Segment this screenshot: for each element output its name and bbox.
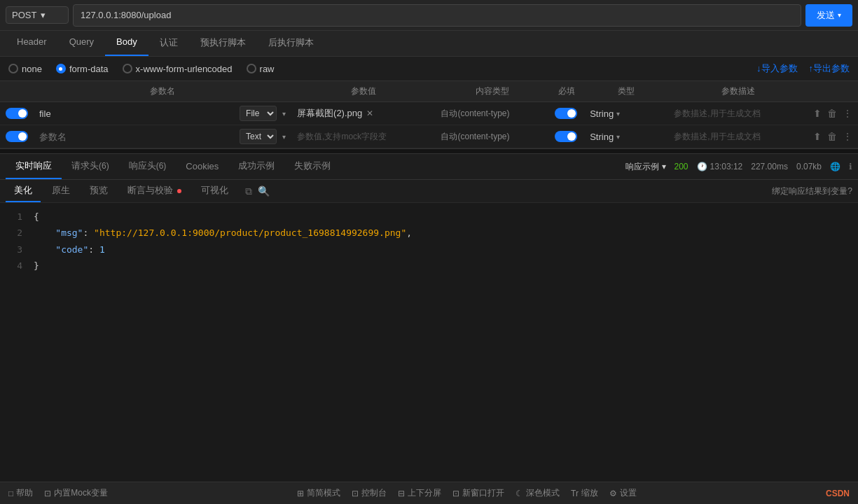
row2-toggle[interactable] <box>6 131 28 142</box>
tab-pre-script[interactable]: 预执行脚本 <box>189 31 257 56</box>
line-num-4: 4 <box>8 258 22 274</box>
expand-btn[interactable]: Tr 缩放 <box>571 487 598 499</box>
copy-code-icon[interactable]: ⧉ <box>245 186 252 197</box>
row2-name-input[interactable] <box>39 132 234 142</box>
simple-mode-btn[interactable]: ⊞ 简简模式 <box>297 487 340 499</box>
new-window-btn[interactable]: ⊡ 新窗口打开 <box>452 487 504 499</box>
settings-btn[interactable]: ⚙ 设置 <box>609 487 637 499</box>
col-type: 类型 <box>584 81 668 102</box>
response-section: 实时响应 请求头(6) 响应头(6) Cookies 成功示例 失败示例 响应示… <box>0 154 858 482</box>
row2-required-toggle[interactable] <box>555 131 577 142</box>
row1-type-down-chevron: ▾ <box>616 110 620 118</box>
tab-query[interactable]: Query <box>58 31 105 56</box>
resp-tab-fail[interactable]: 失败示例 <box>284 154 340 179</box>
row1-type-select[interactable]: File Text <box>240 106 277 121</box>
send-label: 发送 <box>817 9 835 22</box>
row1-name-input[interactable] <box>39 108 234 119</box>
csdn-label[interactable]: CSDN <box>826 489 850 498</box>
radio-urlencoded-label: x-www-form-urlencoded <box>136 64 233 74</box>
response-status: 200 <box>674 162 689 172</box>
top-bar: POST ▾ 发送 ▾ <box>0 0 858 31</box>
row1-name-cell: File Text ▾ <box>39 106 286 121</box>
row1-more-icon[interactable]: ⋮ <box>843 108 852 119</box>
radio-formdata-label: form-data <box>69 64 109 74</box>
response-duration: 227.00ms <box>751 162 788 172</box>
response-example-btn[interactable]: 响应示例 ▾ <box>625 161 665 173</box>
row2-type-down-chevron: ▾ <box>616 133 620 141</box>
radio-urlencoded-circle <box>123 64 132 74</box>
row2-delete-icon[interactable]: 🗑 <box>827 131 837 142</box>
radio-none[interactable]: none <box>8 64 42 74</box>
split-btn[interactable]: ⊟ 上下分屏 <box>398 487 441 499</box>
req-headers-badge: (6) <box>99 161 109 171</box>
row1-file-x-btn[interactable]: ✕ <box>366 108 373 118</box>
response-time: 🕐 13:03:12 <box>697 162 743 172</box>
tab-header[interactable]: Header <box>6 31 58 56</box>
console-btn[interactable]: ⊡ 控制台 <box>352 487 387 499</box>
fmt-tab-raw[interactable]: 原生 <box>43 180 78 202</box>
globe-icon[interactable]: 🌐 <box>830 162 840 172</box>
dark-mode-btn[interactable]: ☾ 深色模式 <box>516 487 560 499</box>
tab-post-script[interactable]: 后执行脚本 <box>257 31 325 56</box>
info-icon[interactable]: ℹ <box>849 162 852 172</box>
fmt-tab-preview[interactable]: 预览 <box>81 180 116 202</box>
fmt-icons: ⧉ 🔍 <box>245 186 270 197</box>
resp-tab-fail-label: 失败示例 <box>294 160 331 171</box>
response-size: 0.07kb <box>796 162 822 172</box>
fmt-tab-visual[interactable]: 可视化 <box>193 180 237 202</box>
tab-body[interactable]: Body <box>105 31 148 56</box>
row1-copy-icon[interactable]: ⬆ <box>813 108 822 119</box>
table-row: Text File ▾ 参数值,支持mock字段变 自动(content-typ… <box>0 125 858 148</box>
fmt-tab-assert[interactable]: 断言与校验 <box>119 180 190 202</box>
section-divider <box>0 148 858 154</box>
params-table: 参数名 参数值 内容类型 必填 类型 参数描述 File <box>0 81 858 148</box>
bottom-right: CSDN <box>826 489 850 498</box>
resp-tab-success[interactable]: 成功示例 <box>228 154 284 179</box>
response-tabs-row: 实时响应 请求头(6) 响应头(6) Cookies 成功示例 失败示例 响应示… <box>0 154 858 180</box>
tab-auth[interactable]: 认证 <box>148 31 189 56</box>
line-num-3: 3 <box>8 241 22 258</box>
method-select[interactable]: POST ▾ <box>6 6 69 24</box>
row2-type-select[interactable]: Text File <box>240 129 277 144</box>
row2-content-type: 自动(content-type) <box>441 132 509 141</box>
params-area: none form-data x-www-form-urlencoded raw… <box>0 57 858 148</box>
fmt-tab-assert-label: 断言与校验 <box>127 185 173 195</box>
radio-raw-circle <box>247 64 256 74</box>
url-input[interactable] <box>73 4 801 27</box>
row2-copy-icon[interactable]: ⬆ <box>813 131 822 142</box>
radio-formdata[interactable]: form-data <box>56 64 109 74</box>
mock-icon: ⊡ <box>44 489 51 498</box>
method-chevron: ▾ <box>41 10 46 20</box>
radio-raw-label: raw <box>260 64 275 74</box>
help-btn[interactable]: □ 帮助 <box>8 487 33 499</box>
search-code-icon[interactable]: 🔍 <box>258 186 270 197</box>
fmt-tab-visual-label: 可视化 <box>201 185 228 195</box>
radio-urlencoded[interactable]: x-www-form-urlencoded <box>123 64 233 74</box>
resp-headers-badge: (6) <box>156 161 167 171</box>
row1-toggle[interactable] <box>6 108 28 119</box>
mock-btn[interactable]: ⊡ 内置Mock变量 <box>44 487 108 499</box>
row2-data-type: String <box>590 132 614 142</box>
fmt-tab-beautify[interactable]: 美化 <box>6 180 41 202</box>
send-button[interactable]: 发送 ▾ <box>805 4 852 27</box>
help-icon: □ <box>8 489 13 498</box>
resp-tab-resp-headers[interactable]: 响应头(6) <box>119 154 177 179</box>
row1-delete-icon[interactable]: 🗑 <box>827 108 837 119</box>
import-params-btn[interactable]: ↓导入参数 <box>756 62 798 75</box>
response-meta: 响应示例 ▾ 200 🕐 13:03:12 227.00ms 0.07kb 🌐 … <box>625 161 852 173</box>
resp-tab-req-headers[interactable]: 请求头(6) <box>62 154 119 179</box>
resp-tab-cookies[interactable]: Cookies <box>176 155 228 178</box>
resp-tab-resp-headers-label: 响应头(6) <box>129 160 167 171</box>
resp-tab-realtime-label: 实时响应 <box>15 160 52 171</box>
split-icon: ⊟ <box>398 489 405 498</box>
row1-type-chevron: ▾ <box>282 110 286 118</box>
code-area: 1 { 2 "msg": "http://127.0.0.1:9000/prod… <box>0 203 858 482</box>
radio-raw[interactable]: raw <box>247 64 275 74</box>
bind-var-btn[interactable]: 绑定响应结果到变量? <box>772 186 852 197</box>
send-arrow: ▾ <box>838 11 841 19</box>
row1-required-toggle[interactable] <box>555 108 577 119</box>
row2-description: 参数描述,用于生成文档 <box>674 132 760 141</box>
resp-tab-realtime[interactable]: 实时响应 <box>6 154 62 179</box>
row2-more-icon[interactable]: ⋮ <box>843 131 852 142</box>
export-params-btn[interactable]: ↑导出参数 <box>809 62 850 75</box>
